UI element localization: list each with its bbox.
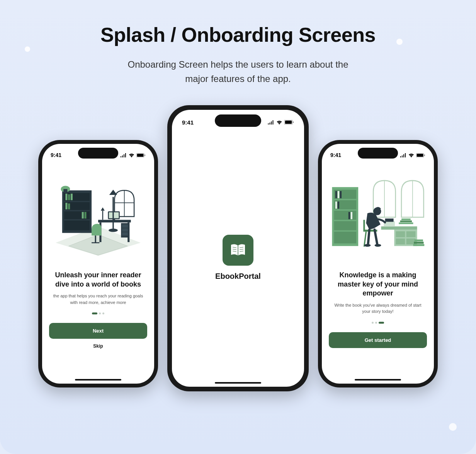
book-open-icon	[229, 241, 247, 259]
svg-rect-57	[335, 191, 337, 198]
signal-icon	[268, 120, 274, 125]
svg-point-83	[364, 244, 371, 247]
subtitle-line: Onboarding Screen helps the users to lea…	[128, 59, 348, 70]
app-logo	[223, 235, 253, 266]
onboarding-subtitle: the app that helps you reach your readin…	[49, 293, 147, 306]
svg-rect-54	[334, 211, 357, 220]
svg-rect-9	[64, 221, 90, 230]
battery-icon	[284, 120, 294, 125]
showcase-canvas: Splash / Onboarding Screens Onboarding S…	[0, 0, 476, 454]
phone-screen: 9:41	[172, 110, 304, 387]
phone-onboarding-1: 9:41	[38, 140, 158, 387]
svg-rect-62	[348, 212, 350, 220]
svg-rect-6	[64, 193, 90, 201]
subtitle-line: major features of the app.	[185, 73, 291, 84]
svg-rect-76	[414, 242, 423, 244]
svg-rect-63	[351, 212, 352, 220]
svg-rect-71	[385, 218, 394, 222]
svg-rect-55	[334, 221, 357, 230]
home-indicator	[75, 379, 121, 381]
onboarding-content: Knowledge is a making master key of your…	[322, 161, 434, 384]
svg-rect-53	[334, 200, 357, 210]
phone-notch	[215, 114, 261, 127]
svg-rect-75	[413, 244, 424, 246]
onboarding-subtitle: Write the book you've always dreamed of …	[329, 302, 427, 315]
svg-point-35	[109, 229, 118, 232]
status-icons	[268, 120, 294, 125]
page-title: Splash / Onboarding Screens	[0, 23, 476, 46]
svg-rect-30	[122, 229, 128, 232]
decorative-dot	[25, 46, 30, 52]
svg-rect-14	[68, 204, 70, 210]
svg-rect-73	[400, 221, 412, 222]
onboarding-title: Unleash your inner reader dive into a wo…	[49, 271, 147, 289]
svg-rect-11	[68, 195, 70, 200]
battery-icon	[136, 153, 146, 157]
svg-rect-1	[137, 154, 144, 157]
decorative-dot	[396, 39, 403, 45]
svg-rect-18	[63, 189, 67, 192]
phone-notch	[358, 148, 398, 159]
pager-dots	[92, 312, 104, 314]
phone-screen: 9:41	[322, 144, 434, 384]
svg-rect-60	[335, 201, 337, 209]
phones-row: 9:41	[0, 105, 476, 387]
battery-icon	[416, 153, 425, 157]
pager-dot	[102, 312, 104, 314]
svg-rect-25	[109, 212, 119, 218]
svg-rect-74	[401, 218, 411, 220]
svg-rect-16	[84, 212, 86, 219]
svg-rect-64	[381, 227, 417, 230]
study-room-icon	[49, 170, 147, 263]
svg-rect-59	[340, 191, 342, 198]
pager-dot	[99, 312, 101, 314]
phone-onboarding-3: 9:41	[318, 140, 438, 387]
skip-button[interactable]: Skip	[93, 343, 103, 349]
svg-rect-77	[415, 240, 423, 242]
svg-rect-47	[417, 154, 423, 157]
svg-rect-68	[396, 239, 405, 244]
svg-rect-32	[95, 236, 96, 243]
splash-content: EbookPortal	[172, 128, 304, 387]
home-indicator	[355, 379, 401, 381]
app-name: EbookPortal	[215, 272, 261, 281]
status-time: 9:41	[330, 152, 341, 158]
phone-screen: 9:41	[42, 144, 154, 384]
svg-point-84	[375, 244, 381, 247]
svg-rect-15	[82, 212, 84, 219]
status-time: 9:41	[51, 152, 61, 158]
svg-rect-2	[144, 154, 145, 156]
wifi-icon	[276, 120, 282, 125]
get-started-button[interactable]: Get started	[329, 332, 427, 348]
svg-rect-48	[424, 154, 425, 156]
svg-rect-29	[122, 225, 128, 228]
svg-rect-37	[285, 121, 292, 124]
signal-icon	[400, 153, 406, 157]
phone-splash: 9:41	[167, 105, 309, 391]
illustration-study-room	[49, 170, 147, 263]
svg-rect-7	[64, 202, 90, 210]
status-time: 9:41	[182, 119, 194, 126]
status-icons	[121, 153, 146, 157]
svg-rect-67	[406, 231, 416, 237]
status-icons	[400, 153, 425, 157]
home-indicator	[215, 382, 261, 384]
svg-rect-66	[396, 231, 405, 237]
onboarding-content: Unleash your inner reader dive into a wo…	[42, 161, 154, 384]
svg-rect-72	[399, 223, 413, 224]
wifi-icon	[408, 153, 414, 157]
pager-dots	[372, 322, 384, 324]
pager-dot-active	[92, 312, 97, 314]
writer-library-icon	[329, 170, 427, 263]
svg-rect-58	[338, 191, 339, 198]
page-subtitle: Onboarding Screen helps the users to lea…	[0, 57, 476, 86]
next-button[interactable]: Next	[49, 323, 147, 339]
onboarding-title: Knowledge is a making master key of your…	[329, 271, 427, 298]
svg-rect-10	[65, 194, 67, 200]
pager-dot	[375, 322, 377, 324]
svg-rect-52	[334, 190, 357, 199]
signal-icon	[121, 153, 127, 157]
phone-notch	[78, 148, 118, 159]
decorative-dot	[449, 423, 457, 431]
wifi-icon	[129, 153, 134, 157]
